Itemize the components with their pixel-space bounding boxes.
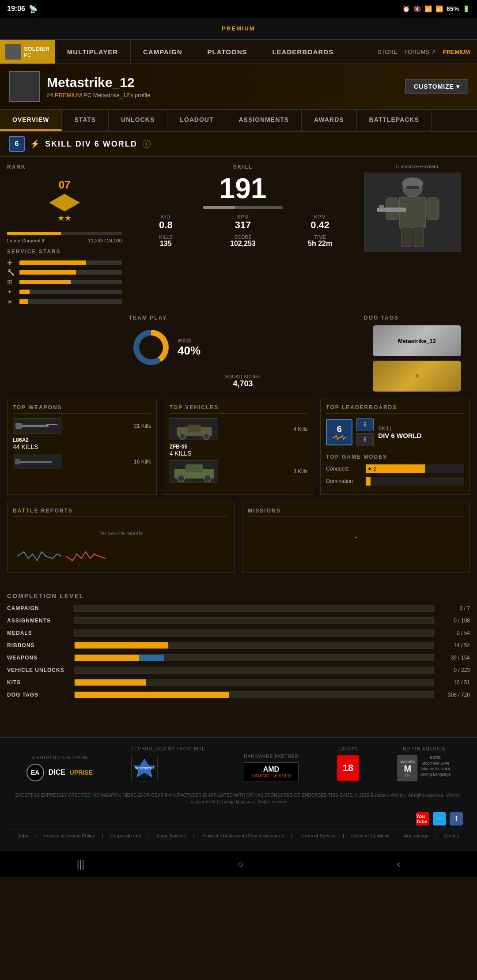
facebook-icon[interactable]: f bbox=[450, 812, 463, 825]
vehicle-svg-1 bbox=[170, 418, 218, 440]
svg-text:FROSTBITE 3: FROSTBITE 3 bbox=[135, 767, 155, 770]
nav-premium[interactable]: PREMIUM bbox=[443, 49, 470, 55]
rank-section: RANK 07 ★★ Lance Corporal II 11,243 / 24… bbox=[7, 164, 122, 308]
soldier-button[interactable]: SOLDIER PC bbox=[0, 40, 55, 64]
dogtag-name: Metastrike_12 bbox=[398, 338, 436, 344]
tab-unlocks[interactable]: UNLOCKS bbox=[109, 110, 167, 131]
stat-time-label: TIME bbox=[283, 234, 357, 240]
profile-link[interactable]: Metastrike_12's profile bbox=[93, 92, 151, 98]
footer-amd-label: HARDWARE PARTNER bbox=[244, 754, 299, 759]
nav-platoons[interactable]: PLATOONS bbox=[195, 40, 260, 64]
tab-battlepacks[interactable]: BATTLEPACKS bbox=[357, 110, 432, 131]
footer-link-legal[interactable]: Legal Notices bbox=[157, 833, 186, 838]
tab-stats[interactable]: STATS bbox=[62, 110, 109, 131]
vehicle-row-1: 4 Kills bbox=[170, 418, 308, 440]
soldier-svg bbox=[368, 175, 457, 250]
footer-link-credits[interactable]: Credits bbox=[444, 833, 459, 838]
footer-link-privacy[interactable]: Privacy & Cookie Policy bbox=[44, 833, 95, 838]
top-vehicles-section: TOP VEHICLES 4 Kills ZFB-05 4 KILLS bbox=[164, 399, 314, 495]
comp-bar-dogtags bbox=[74, 691, 434, 698]
tab-awards[interactable]: AWARDS bbox=[302, 110, 356, 131]
profile-platform: PC bbox=[83, 92, 91, 98]
footer-link-age[interactable]: Age ratings bbox=[404, 833, 428, 838]
svg-point-26 bbox=[204, 475, 211, 482]
svg-point-25 bbox=[178, 475, 185, 482]
footer-prod-logos: EA DICE UPRISE bbox=[26, 764, 93, 781]
donut-container: WINS 40% bbox=[129, 325, 357, 369]
customize-emblem-label[interactable]: Customize Emblem bbox=[364, 164, 470, 169]
comp-value-kits: 10 / 51 bbox=[439, 679, 470, 686]
status-icon: 📡 bbox=[29, 5, 38, 13]
game-mode-domination: Domination bbox=[326, 477, 464, 486]
tab-overview[interactable]: OVERVIEW bbox=[0, 110, 62, 131]
comp-label-ribbons: RIBBONS bbox=[7, 642, 69, 648]
recent-apps-button[interactable]: ||| bbox=[77, 859, 84, 870]
footer-link-jobs[interactable]: Jobs bbox=[18, 833, 28, 838]
gm-bar-domination-fill bbox=[366, 477, 371, 486]
comp-bar-weapons bbox=[74, 654, 434, 661]
esrb-detail-4: Strong Language bbox=[420, 772, 450, 777]
team-play-section: TEAM PLAY WINS 40% SQUAD SCORE 4,703 bbox=[129, 315, 357, 392]
tab-assignments[interactable]: ASSIGNMENTS bbox=[226, 110, 302, 131]
gm-stars-1: ★ 2 bbox=[367, 466, 376, 472]
team-play-label: TEAM PLAY bbox=[129, 315, 357, 321]
esrb-detail-1: ESRB bbox=[420, 755, 450, 761]
dogtag-silver[interactable]: Metastrike_12 bbox=[373, 325, 461, 356]
footer-link-rules[interactable]: Rules of Conduct bbox=[351, 833, 388, 838]
wifi-icon: 📶 bbox=[424, 5, 432, 12]
nav-store[interactable]: STORE bbox=[378, 49, 398, 55]
completion-row-ribbons: RIBBONS 14 / 54 bbox=[7, 642, 470, 649]
footer-col-amd: HARDWARE PARTNER AMD GAMING EVOLVED bbox=[244, 754, 299, 781]
svg-rect-16 bbox=[17, 461, 52, 463]
twitter-icon[interactable]: 🐦 bbox=[433, 812, 446, 825]
skill-bar-fill bbox=[203, 206, 235, 209]
customize-button[interactable]: CUSTOMIZE ▾ bbox=[405, 79, 468, 94]
reports-missions-row: BATTLE REPORTS No favorite reports MISSI… bbox=[7, 502, 470, 573]
skill-badge: 6 bbox=[9, 136, 25, 152]
star-row-2: 🔧 bbox=[7, 269, 122, 276]
comp-label-assignments: ASSIGNMENTS bbox=[7, 618, 69, 624]
weapon-row-1: 31 Kills bbox=[13, 418, 151, 433]
dogtag-gold[interactable]: + bbox=[373, 361, 461, 392]
main-content: RANK 07 ★★ Lance Corporal II 11,243 / 24… bbox=[0, 157, 477, 587]
top-leaderboards-section: TOP LEADERBOARDS 6 6 6 SKILL bbox=[320, 399, 470, 495]
star-bar-fill-5 bbox=[19, 299, 28, 304]
dogtag-display: Metastrike_12 + bbox=[364, 325, 470, 392]
footer-link-corporate[interactable]: Corporate Info bbox=[110, 833, 141, 838]
amd-sub: GAMING EVOLVED bbox=[249, 773, 294, 778]
tab-loadout[interactable]: LOADOUT bbox=[167, 110, 226, 131]
tw-text: 🐦 bbox=[436, 815, 443, 822]
footer-link-tos[interactable]: Terms of Service bbox=[299, 833, 336, 838]
comp-fill-dogtags bbox=[75, 692, 229, 698]
nav-leaderboards[interactable]: LEADERBOARDS bbox=[260, 40, 347, 64]
nav-multiplayer[interactable]: MULTIPLAYER bbox=[55, 40, 131, 64]
stat-kd-value: 0.8 bbox=[129, 219, 203, 231]
profile-tabs: OVERVIEW STATS UNLOCKS LOADOUT ASSIGNMEN… bbox=[0, 110, 477, 132]
youtube-icon[interactable]: You Tube bbox=[416, 812, 429, 825]
pegi-number: 18 bbox=[343, 762, 353, 774]
footer-col-pegi: EUROPE 18 bbox=[337, 746, 359, 781]
back-button[interactable]: ‹ bbox=[397, 859, 400, 870]
stat-score-value: 102,253 bbox=[206, 240, 280, 248]
spacer bbox=[0, 711, 477, 737]
info-icon[interactable]: i bbox=[143, 140, 151, 148]
dog-tags-label: DOG TAGS bbox=[364, 315, 470, 321]
premium-label: PREMIUM bbox=[222, 25, 255, 32]
mute-icon: 🔇 bbox=[413, 5, 421, 12]
comp-bar-kits bbox=[74, 679, 434, 686]
nav-campaign[interactable]: CAMPAIGN bbox=[131, 40, 195, 64]
nav-forums[interactable]: FORUMS ↗ bbox=[405, 49, 436, 55]
top-weapons-title: TOP WEAPONS bbox=[13, 404, 151, 414]
lb-div-world: DIV 6 WORLD bbox=[378, 432, 421, 439]
squad-score-label: SQUAD SCORE bbox=[129, 374, 357, 379]
alarm-icon: ⏰ bbox=[402, 5, 410, 12]
vehicle-main-info: ZFB-05 4 KILLS bbox=[170, 444, 308, 457]
esrb-m: M bbox=[404, 764, 411, 774]
footer-link-eula[interactable]: Product EULAs and Other Disclosures bbox=[201, 833, 284, 838]
esrb-badge: MATURE M 17+ bbox=[398, 755, 417, 781]
svg-rect-14 bbox=[46, 424, 57, 425]
home-button[interactable]: ○ bbox=[238, 859, 243, 870]
status-bar: 19:06 📡 ⏰ 🔇 📶 📶 65% 🔋 bbox=[0, 0, 477, 18]
comp-label-dogtags: DOG TAGS bbox=[7, 692, 69, 698]
star-row-4: ✦ bbox=[7, 288, 122, 295]
